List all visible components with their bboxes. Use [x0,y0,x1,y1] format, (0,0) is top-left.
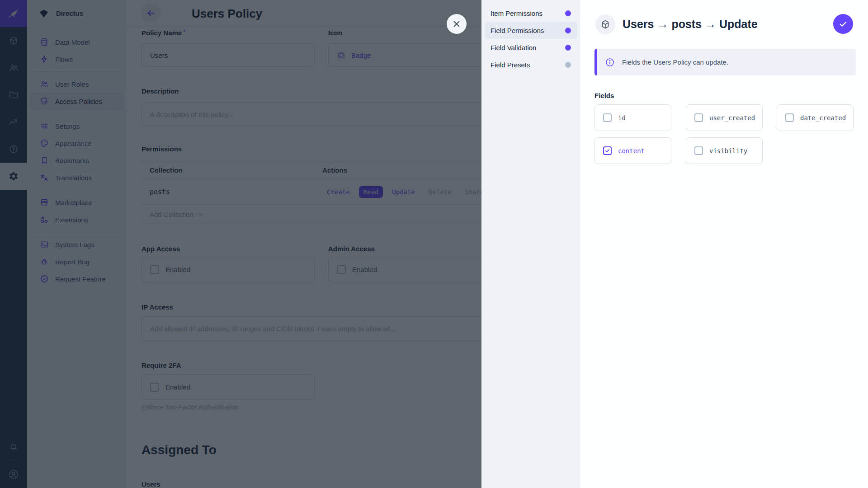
fields-section-label: Fields [594,92,614,99]
status-dot [565,45,571,51]
info-notice: Fields the Users Policy can update. [594,49,856,75]
save-button[interactable] [833,14,853,34]
status-dot [565,28,571,33]
close-drawer-button[interactable] [447,14,467,34]
notice-text: Fields the Users Policy can update. [622,58,728,66]
checkbox-unchecked [694,113,703,122]
drawer-header-icon-circle [595,14,615,34]
checkbox-checked [603,146,612,155]
close-icon [452,19,462,29]
permissions-drawer: Item Permissions Field Permissions Field… [481,0,868,488]
field-checkbox-content[interactable]: content [594,137,671,164]
drawer-tab-field-validation[interactable]: Field Validation [485,39,577,56]
cube-icon [600,19,611,30]
drawer-tab-item-permissions[interactable]: Item Permissions [485,5,577,22]
field-checkbox-id[interactable]: id [594,104,671,131]
directus-app: Directus Data Model Flows User Roles Acc… [0,0,868,488]
drawer-tab-field-permissions[interactable]: Field Permissions [485,22,577,39]
field-checkbox-date-created[interactable]: date_created [777,104,854,131]
drawer-nav: Item Permissions Field Permissions Field… [481,0,580,488]
drawer-title: Users → posts → Update [623,18,758,31]
info-icon [605,57,615,67]
drawer-content: Users → posts → Update Fields the Users … [580,0,868,488]
drawer-tab-field-presets[interactable]: Field Presets [485,56,577,73]
field-checkbox-visibility[interactable]: visibility [686,137,763,164]
check-icon [838,19,848,29]
field-checkbox-user-created[interactable]: user_created [686,104,763,131]
status-dot-inactive [565,62,571,68]
checkbox-unchecked [603,113,612,122]
status-dot [565,10,571,16]
drawer-overlay[interactable] [0,0,481,488]
checkbox-unchecked [785,113,794,122]
checkbox-unchecked [694,146,703,155]
